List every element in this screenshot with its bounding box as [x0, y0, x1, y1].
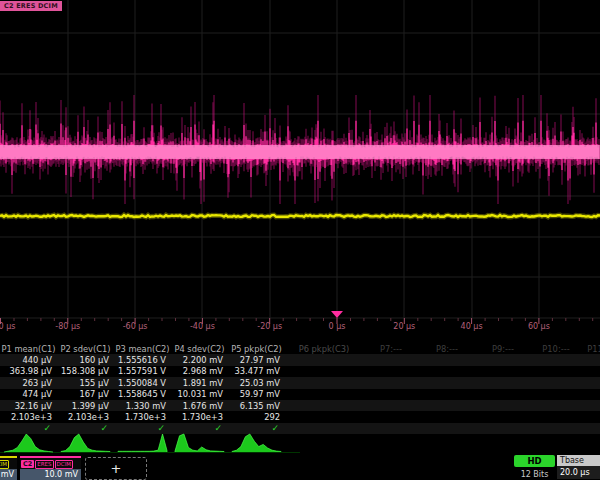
measurement-table: P1 mean(C1)P2 sdev(C1)P3 mean(C2)P4 sdev… [0, 343, 600, 434]
param-value-cell: 1.555616 V [114, 355, 171, 365]
waveform-display-area[interactable]: C2 ERES DCIM -100 µs-80 µs-60 µs-40 µs-2… [0, 0, 600, 334]
param-header-cell-disabled[interactable]: P9:--- [475, 344, 531, 354]
c1-volts-per-div: 10.0 mV [0, 469, 17, 480]
param-header-cell[interactable]: P4 sdev(C2) [171, 344, 228, 354]
param-value-cell: 25.03 mV [228, 378, 285, 388]
param-header-cell-disabled[interactable]: P6 pkpk(C3) [285, 344, 363, 354]
param-value-cell: 1.399 µV [57, 401, 114, 411]
channel-descriptor-c2[interactable]: C2ERESDCIM 10.0 mV [20, 456, 81, 480]
axis-tick-label: 40 µs [461, 322, 483, 331]
grid-trace-tab[interactable]: C2 ERES DCIM [0, 1, 62, 11]
time-axis: -100 µs-80 µs-60 µs-40 µs-20 µs0 µs20 µs… [0, 322, 600, 334]
c2-channel-badge: C2 [21, 460, 34, 468]
oscilloscope-screen: C2 ERES DCIM -100 µs-80 µs-60 µs-40 µs-2… [0, 0, 600, 480]
param-value-cell: 363.98 µV [0, 366, 57, 376]
histicon[interactable] [114, 430, 171, 455]
histicon[interactable] [171, 430, 228, 455]
param-value-cell: 32.16 µV [0, 401, 57, 411]
param-value-cell: 6.135 mV [228, 401, 285, 411]
param-value-cell: 440 µV [0, 355, 57, 365]
add-trace-button[interactable]: + [85, 457, 147, 480]
param-value-cell: 155 µV [57, 378, 114, 388]
param-header-cell-disabled[interactable]: P11:--- [581, 344, 600, 354]
param-header-cell[interactable]: P1 mean(C1) [0, 344, 57, 354]
c2-volts-per-div: 10.0 mV [20, 469, 81, 480]
axis-tick-label: -80 µs [55, 322, 80, 331]
scope-graticule [0, 0, 600, 334]
param-value-cell: 1.891 mV [171, 378, 228, 388]
hd-mode-badge[interactable]: HD [514, 455, 555, 467]
param-value-cell: 474 µV [0, 389, 57, 399]
timebase-title: Tbase [557, 455, 600, 466]
param-value-cell: 158.308 µV [57, 366, 114, 376]
channel-descriptor-c1[interactable]: C1ERESDCIM 10.0 mV [0, 456, 17, 480]
param-value-cell: 2.103e+3 [57, 412, 114, 422]
param-value-cell: 1.557591 V [114, 366, 171, 376]
param-value-cell: 167 µV [57, 389, 114, 399]
param-value-cell: 1.330 mV [114, 401, 171, 411]
param-value-cell: 2.968 mV [171, 366, 228, 376]
timebase-descriptor[interactable]: Tbase 20.0 µs [557, 455, 600, 480]
c2-processing-badge: ERES [35, 460, 53, 469]
axis-tick-label: -40 µs [190, 322, 215, 331]
param-value-cell: 27.97 mV [228, 355, 285, 365]
param-header-cell[interactable]: P3 mean(C2) [114, 344, 171, 354]
param-value-cell: 292 [228, 412, 285, 422]
axis-tick-label: 60 µs [528, 322, 550, 331]
timebase-value: 20.0 µs [557, 466, 600, 479]
param-header-cell[interactable]: P2 sdev(C1) [57, 344, 114, 354]
param-header-cell-disabled[interactable]: P10:--- [531, 344, 581, 354]
param-value-cell: 160 µV [57, 355, 114, 365]
param-header-cell-disabled[interactable]: P8:--- [419, 344, 475, 354]
c2-processing-badge: DCIM [55, 460, 73, 469]
axis-tick-label: -100 µs [0, 322, 15, 331]
axis-tick-label: -60 µs [123, 322, 148, 331]
param-header-cell[interactable]: P5 pkpk(C2) [228, 344, 285, 354]
axis-tick-label: 20 µs [393, 322, 415, 331]
param-value-cell: 1.730e+3 [114, 412, 171, 422]
hd-bits-label: 12 Bits [514, 470, 555, 479]
param-value-cell: 59.97 mV [228, 389, 285, 399]
histicon[interactable] [57, 430, 114, 455]
param-value-cell: 263 µV [0, 378, 57, 388]
param-value-cell: 2.200 mV [171, 355, 228, 365]
param-header-cell-disabled[interactable]: P7:--- [363, 344, 419, 354]
histicon[interactable] [0, 430, 57, 455]
param-value-cell: 33.477 mV [228, 366, 285, 376]
histicon-row [0, 430, 600, 455]
param-value-cell: 1.676 mV [171, 401, 228, 411]
histicon[interactable] [228, 430, 285, 455]
c1-processing-badge: DCIM [0, 460, 9, 469]
axis-tick-label: 0 µs [329, 322, 346, 331]
trigger-position-marker [331, 311, 343, 318]
param-value-cell: 10.031 mV [171, 389, 228, 399]
param-value-cell: 2.103e+3 [0, 412, 57, 422]
param-value-cell: 1.558645 V [114, 389, 171, 399]
param-value-cell: 1.550084 V [114, 378, 171, 388]
param-value-cell: 1.730e+3 [171, 412, 228, 422]
axis-tick-label: -20 µs [257, 322, 282, 331]
